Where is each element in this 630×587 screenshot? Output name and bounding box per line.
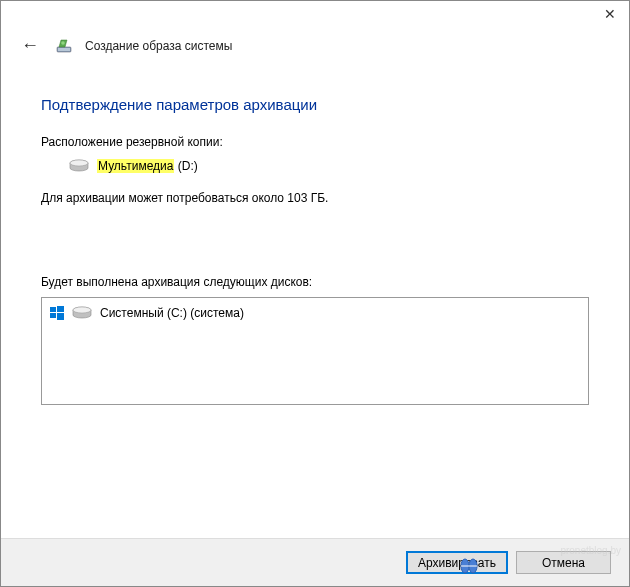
footer-bar: Архивировать Отмена <box>1 538 629 586</box>
header-row: ← Создание образа системы <box>1 33 629 66</box>
back-arrow-icon[interactable]: ← <box>17 33 43 58</box>
hard-drive-icon <box>69 159 89 173</box>
svg-rect-8 <box>57 313 64 320</box>
svg-rect-6 <box>57 306 64 312</box>
size-estimate-text: Для архивации может потребоваться около … <box>41 191 589 205</box>
svg-point-4 <box>70 160 88 166</box>
list-item[interactable]: Системный (C:) (система) <box>50 304 580 322</box>
drive-name-text: Системный (C:) (система) <box>100 306 244 320</box>
content-area: Подтверждение параметров архивации Распо… <box>1 66 629 405</box>
svg-rect-5 <box>50 307 56 312</box>
app-icon <box>55 37 73 55</box>
windows-flag-icon <box>50 306 64 320</box>
location-suffix: (D:) <box>174 159 197 173</box>
backup-location-row: Мультимедиа (D:) <box>41 159 589 173</box>
backup-location-text: Мультимедиа (D:) <box>97 159 198 173</box>
location-label: Расположение резервной копии: <box>41 135 589 149</box>
svg-rect-1 <box>58 48 70 51</box>
window-title: Создание образа системы <box>85 39 232 53</box>
titlebar: ✕ <box>1 1 629 33</box>
svg-point-10 <box>73 307 91 313</box>
svg-point-2 <box>61 41 65 45</box>
drives-listbox[interactable]: Системный (C:) (система) <box>41 297 589 405</box>
location-highlighted: Мультимедиа <box>97 159 174 173</box>
cancel-button[interactable]: Отмена <box>516 551 611 574</box>
hard-drive-icon <box>72 306 92 320</box>
page-heading: Подтверждение параметров архивации <box>41 96 589 113</box>
archive-button[interactable]: Архивировать <box>406 551 508 574</box>
drives-list-label: Будет выполнена архивация следующих диск… <box>41 275 589 289</box>
close-button[interactable]: ✕ <box>603 7 617 21</box>
svg-rect-7 <box>50 313 56 318</box>
